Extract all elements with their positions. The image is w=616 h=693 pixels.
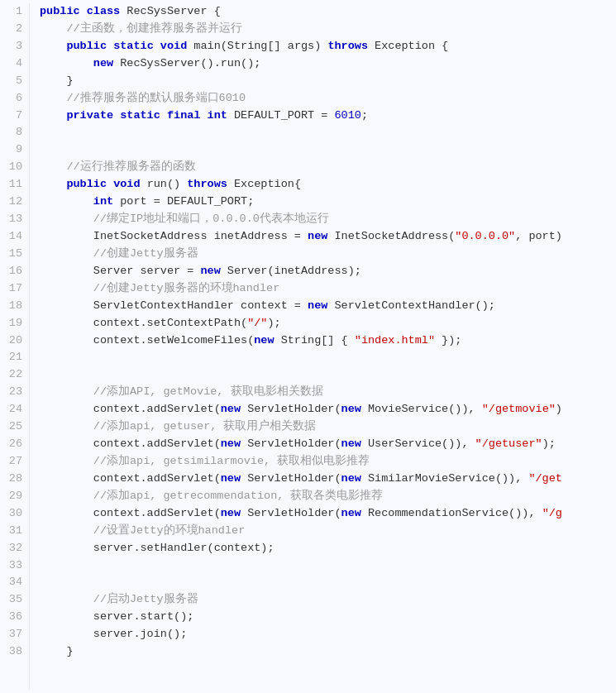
code-token: //运行推荐服务器的函数 (66, 160, 195, 173)
code-token: //添加api, getrecommendation, 获取各类电影推荐 (93, 490, 384, 502)
code-token: ServletHolder( (247, 507, 341, 519)
code-token (40, 109, 66, 122)
code-line: Server server = new Server(inetAddress); (40, 263, 616, 280)
line-number-gutter: 1234567891011121314151617181920212223242… (0, 3, 30, 690)
code-token (40, 40, 66, 52)
line-number: 1 (7, 3, 22, 21)
code-token: Server(inetAddress); (227, 265, 361, 277)
code-token (40, 213, 93, 225)
code-token: "/getmovie" (482, 403, 556, 415)
code-line (40, 574, 616, 591)
code-token: Server server = (40, 265, 200, 277)
code-line (40, 141, 616, 159)
code-token: private (66, 109, 120, 122)
line-number: 25 (7, 418, 22, 436)
code-token (40, 57, 93, 69)
code-token: context.addServlet( (40, 403, 221, 415)
code-token: "0.0.0.0" (455, 230, 515, 242)
code-token: //设置Jetty的环境handler (93, 524, 245, 537)
line-number: 12 (7, 194, 22, 211)
code-token: RecSysServer { (127, 5, 220, 17)
line-number: 37 (7, 626, 22, 643)
code-line: } (40, 73, 616, 90)
line-number: 4 (7, 55, 22, 73)
code-token (40, 420, 93, 433)
code-line: server.setHandler(context); (40, 540, 616, 557)
code-line: context.addServlet(new ServletHolder(new… (40, 471, 616, 488)
code-line: //绑定IP地址和端口，0.0.0.0代表本地运行 (40, 211, 616, 228)
code-token: "index.html" (355, 334, 435, 346)
code-token: DEFAULT_PORT = (234, 109, 335, 122)
line-number: 35 (7, 591, 22, 609)
code-token: ); (542, 437, 556, 450)
code-token (40, 282, 93, 294)
code-token: new (200, 265, 227, 277)
code-token: //创建Jetty服务器的环境handler (93, 282, 279, 294)
code-token: //推荐服务器的默认服务端口6010 (66, 92, 246, 104)
code-token: new (341, 472, 368, 485)
code-token: "/getuser" (475, 437, 542, 450)
code-token: new (341, 507, 368, 519)
code-line: //设置Jetty的环境handler (40, 523, 616, 540)
code-token: server.join(); (40, 628, 187, 640)
code-line: context.setContextPath("/"); (40, 315, 616, 332)
code-token: new (221, 403, 247, 415)
code-token: "/g (542, 507, 562, 519)
code-line (40, 349, 616, 366)
code-content[interactable]: public class RecSysServer { //主函数，创建推荐服务… (30, 3, 616, 690)
line-number: 29 (7, 488, 22, 505)
code-line: //启动Jetty服务器 (40, 591, 616, 609)
code-token: new (308, 299, 334, 312)
code-line: //添加API, getMovie, 获取电影相关数据 (40, 384, 616, 401)
line-number: 11 (7, 176, 22, 194)
code-token: int (93, 195, 120, 208)
code-token: public (66, 40, 113, 52)
code-line: context.addServlet(new ServletHolder(new… (40, 401, 616, 418)
line-number: 13 (7, 211, 22, 228)
code-line: private static final int DEFAULT_PORT = … (40, 108, 616, 125)
code-line: public class RecSysServer { (40, 3, 616, 21)
code-token: throws (327, 40, 375, 52)
line-number: 38 (7, 643, 22, 661)
code-token: //主函数，创建推荐服务器并运行 (66, 22, 241, 35)
line-number: 36 (7, 609, 22, 626)
code-token: ServletHolder( (247, 437, 341, 450)
code-line: } (40, 643, 616, 661)
code-editor: 1234567891011121314151617181920212223242… (0, 0, 616, 693)
code-token: InetSocketAddress inetAddress = (40, 230, 308, 242)
line-number: 26 (7, 436, 22, 453)
code-line: //创建Jetty服务器 (40, 246, 616, 263)
code-token (40, 593, 93, 605)
code-token: context.addServlet( (40, 472, 221, 485)
code-token: //创建Jetty服务器 (93, 247, 198, 260)
line-number: 17 (7, 280, 22, 298)
code-token: ; (361, 109, 368, 122)
code-token: void (113, 178, 147, 190)
code-token: "/" (247, 317, 267, 329)
line-number: 15 (7, 246, 22, 263)
line-number: 10 (7, 159, 22, 176)
line-number: 32 (7, 540, 22, 557)
code-line: //添加api, getsimilarmovie, 获取相似电影推荐 (40, 453, 616, 471)
code-token: ) (556, 403, 562, 415)
code-token: String[] { (281, 334, 355, 346)
code-token: } (40, 74, 74, 87)
code-token (40, 160, 66, 173)
code-token: ServletContextHandler context = (40, 299, 308, 312)
code-line: context.addServlet(new ServletHolder(new… (40, 505, 616, 523)
code-token: new (341, 437, 368, 450)
line-number: 33 (7, 557, 22, 575)
line-number: 27 (7, 453, 22, 471)
code-token: server.start(); (40, 610, 193, 623)
code-token: //启动Jetty服务器 (93, 593, 198, 605)
code-line: server.start(); (40, 609, 616, 626)
code-token (40, 247, 93, 260)
line-number: 28 (7, 471, 22, 488)
code-line: //添加api, getrecommendation, 获取各类电影推荐 (40, 488, 616, 505)
code-token: //添加api, getsimilarmovie, 获取相似电影推荐 (93, 455, 370, 467)
code-token: InetSocketAddress( (334, 230, 455, 242)
code-token: port = DEFAULT_PORT; (120, 195, 254, 208)
code-token: //绑定IP地址和端口，0.0.0.0代表本地运行 (93, 213, 329, 225)
line-number: 5 (7, 73, 22, 90)
code-token: public (40, 5, 87, 17)
